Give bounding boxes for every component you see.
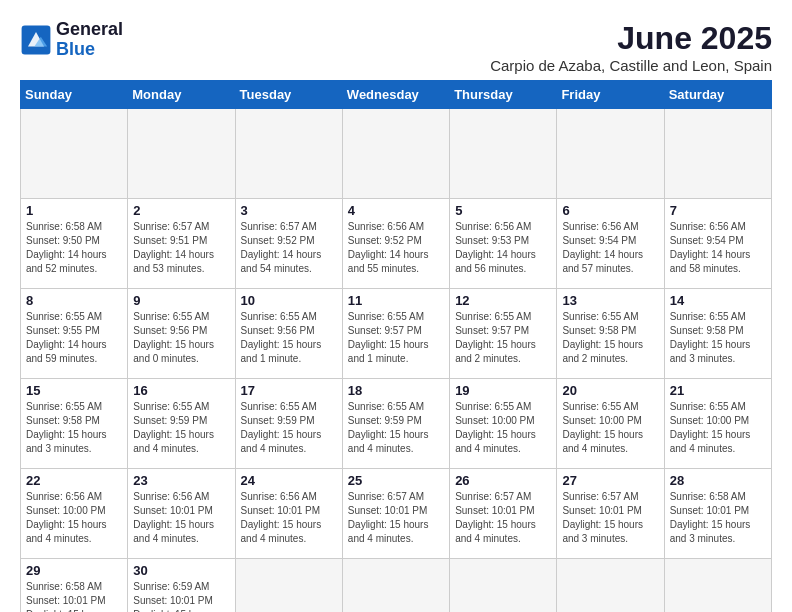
- calendar-cell: [128, 109, 235, 199]
- calendar-cell: 5 Sunrise: 6:56 AM Sunset: 9:53 PM Dayli…: [450, 199, 557, 289]
- day-number: 13: [562, 293, 658, 308]
- day-info: Sunrise: 6:56 AM Sunset: 10:00 PM Daylig…: [26, 490, 122, 546]
- day-info: Sunrise: 6:57 AM Sunset: 10:01 PM Daylig…: [348, 490, 444, 546]
- calendar-week-row: 8 Sunrise: 6:55 AM Sunset: 9:55 PM Dayli…: [21, 289, 772, 379]
- calendar-header-row: Sunday Monday Tuesday Wednesday Thursday…: [21, 81, 772, 109]
- calendar-cell: 12 Sunrise: 6:55 AM Sunset: 9:57 PM Dayl…: [450, 289, 557, 379]
- calendar-cell: 21 Sunrise: 6:55 AM Sunset: 10:00 PM Day…: [664, 379, 771, 469]
- day-number: 30: [133, 563, 229, 578]
- calendar-cell: 6 Sunrise: 6:56 AM Sunset: 9:54 PM Dayli…: [557, 199, 664, 289]
- title-area: June 2025 Carpio de Azaba, Castille and …: [490, 20, 772, 74]
- day-number: 6: [562, 203, 658, 218]
- day-info: Sunrise: 6:55 AM Sunset: 9:58 PM Dayligh…: [670, 310, 766, 366]
- day-number: 4: [348, 203, 444, 218]
- day-number: 10: [241, 293, 337, 308]
- logo: General Blue: [20, 20, 123, 60]
- day-number: 3: [241, 203, 337, 218]
- day-number: 19: [455, 383, 551, 398]
- logo-icon: [20, 24, 52, 56]
- day-info: Sunrise: 6:55 AM Sunset: 9:56 PM Dayligh…: [241, 310, 337, 366]
- calendar-cell: [450, 109, 557, 199]
- month-title: June 2025: [490, 20, 772, 57]
- day-info: Sunrise: 6:55 AM Sunset: 10:00 PM Daylig…: [670, 400, 766, 456]
- calendar-cell: 28 Sunrise: 6:58 AM Sunset: 10:01 PM Day…: [664, 469, 771, 559]
- day-number: 29: [26, 563, 122, 578]
- calendar-cell: 20 Sunrise: 6:55 AM Sunset: 10:00 PM Day…: [557, 379, 664, 469]
- page-header: General Blue June 2025 Carpio de Azaba, …: [20, 20, 772, 74]
- day-number: 1: [26, 203, 122, 218]
- day-number: 12: [455, 293, 551, 308]
- day-number: 23: [133, 473, 229, 488]
- logo-text-general: General: [56, 20, 123, 40]
- calendar-cell: 23 Sunrise: 6:56 AM Sunset: 10:01 PM Day…: [128, 469, 235, 559]
- day-number: 22: [26, 473, 122, 488]
- logo-text-blue: Blue: [56, 40, 123, 60]
- calendar-cell: 16 Sunrise: 6:55 AM Sunset: 9:59 PM Dayl…: [128, 379, 235, 469]
- day-number: 21: [670, 383, 766, 398]
- col-saturday: Saturday: [664, 81, 771, 109]
- day-info: Sunrise: 6:58 AM Sunset: 9:50 PM Dayligh…: [26, 220, 122, 276]
- calendar-cell: 18 Sunrise: 6:55 AM Sunset: 9:59 PM Dayl…: [342, 379, 449, 469]
- calendar-cell: 1 Sunrise: 6:58 AM Sunset: 9:50 PM Dayli…: [21, 199, 128, 289]
- day-info: Sunrise: 6:57 AM Sunset: 9:51 PM Dayligh…: [133, 220, 229, 276]
- day-info: Sunrise: 6:55 AM Sunset: 9:57 PM Dayligh…: [455, 310, 551, 366]
- calendar-week-row: 29 Sunrise: 6:58 AM Sunset: 10:01 PM Day…: [21, 559, 772, 613]
- calendar-cell: [450, 559, 557, 613]
- calendar-cell: 4 Sunrise: 6:56 AM Sunset: 9:52 PM Dayli…: [342, 199, 449, 289]
- day-number: 5: [455, 203, 551, 218]
- day-number: 17: [241, 383, 337, 398]
- calendar-week-row: 1 Sunrise: 6:58 AM Sunset: 9:50 PM Dayli…: [21, 199, 772, 289]
- location-subtitle: Carpio de Azaba, Castille and Leon, Spai…: [490, 57, 772, 74]
- calendar-cell: 25 Sunrise: 6:57 AM Sunset: 10:01 PM Day…: [342, 469, 449, 559]
- calendar-cell: [664, 109, 771, 199]
- day-info: Sunrise: 6:58 AM Sunset: 10:01 PM Daylig…: [26, 580, 122, 612]
- day-info: Sunrise: 6:55 AM Sunset: 9:57 PM Dayligh…: [348, 310, 444, 366]
- day-info: Sunrise: 6:57 AM Sunset: 10:01 PM Daylig…: [562, 490, 658, 546]
- calendar-cell: 14 Sunrise: 6:55 AM Sunset: 9:58 PM Dayl…: [664, 289, 771, 379]
- calendar-cell: [235, 109, 342, 199]
- calendar-cell: [235, 559, 342, 613]
- day-info: Sunrise: 6:55 AM Sunset: 9:59 PM Dayligh…: [133, 400, 229, 456]
- day-number: 14: [670, 293, 766, 308]
- day-info: Sunrise: 6:56 AM Sunset: 9:54 PM Dayligh…: [562, 220, 658, 276]
- day-number: 20: [562, 383, 658, 398]
- day-info: Sunrise: 6:56 AM Sunset: 9:54 PM Dayligh…: [670, 220, 766, 276]
- calendar-cell: [342, 559, 449, 613]
- day-info: Sunrise: 6:57 AM Sunset: 10:01 PM Daylig…: [455, 490, 551, 546]
- day-info: Sunrise: 6:55 AM Sunset: 10:00 PM Daylig…: [455, 400, 551, 456]
- day-info: Sunrise: 6:58 AM Sunset: 10:01 PM Daylig…: [670, 490, 766, 546]
- calendar-cell: 13 Sunrise: 6:55 AM Sunset: 9:58 PM Dayl…: [557, 289, 664, 379]
- calendar-cell: 2 Sunrise: 6:57 AM Sunset: 9:51 PM Dayli…: [128, 199, 235, 289]
- calendar-cell: 10 Sunrise: 6:55 AM Sunset: 9:56 PM Dayl…: [235, 289, 342, 379]
- calendar-cell: 26 Sunrise: 6:57 AM Sunset: 10:01 PM Day…: [450, 469, 557, 559]
- calendar-cell: [557, 109, 664, 199]
- day-number: 2: [133, 203, 229, 218]
- calendar-cell: [21, 109, 128, 199]
- calendar-cell: 29 Sunrise: 6:58 AM Sunset: 10:01 PM Day…: [21, 559, 128, 613]
- day-info: Sunrise: 6:55 AM Sunset: 9:59 PM Dayligh…: [348, 400, 444, 456]
- day-info: Sunrise: 6:56 AM Sunset: 10:01 PM Daylig…: [133, 490, 229, 546]
- day-info: Sunrise: 6:59 AM Sunset: 10:01 PM Daylig…: [133, 580, 229, 612]
- day-info: Sunrise: 6:55 AM Sunset: 9:56 PM Dayligh…: [133, 310, 229, 366]
- day-number: 28: [670, 473, 766, 488]
- day-info: Sunrise: 6:55 AM Sunset: 9:55 PM Dayligh…: [26, 310, 122, 366]
- day-number: 15: [26, 383, 122, 398]
- calendar-week-row: 22 Sunrise: 6:56 AM Sunset: 10:00 PM Day…: [21, 469, 772, 559]
- day-number: 16: [133, 383, 229, 398]
- calendar-cell: 15 Sunrise: 6:55 AM Sunset: 9:58 PM Dayl…: [21, 379, 128, 469]
- day-number: 25: [348, 473, 444, 488]
- calendar-cell: 30 Sunrise: 6:59 AM Sunset: 10:01 PM Day…: [128, 559, 235, 613]
- calendar-table: Sunday Monday Tuesday Wednesday Thursday…: [20, 80, 772, 612]
- calendar-week-row: [21, 109, 772, 199]
- day-info: Sunrise: 6:55 AM Sunset: 10:00 PM Daylig…: [562, 400, 658, 456]
- day-info: Sunrise: 6:55 AM Sunset: 9:58 PM Dayligh…: [562, 310, 658, 366]
- day-number: 11: [348, 293, 444, 308]
- day-number: 26: [455, 473, 551, 488]
- day-number: 7: [670, 203, 766, 218]
- calendar-cell: 11 Sunrise: 6:55 AM Sunset: 9:57 PM Dayl…: [342, 289, 449, 379]
- calendar-week-row: 15 Sunrise: 6:55 AM Sunset: 9:58 PM Dayl…: [21, 379, 772, 469]
- calendar-cell: 8 Sunrise: 6:55 AM Sunset: 9:55 PM Dayli…: [21, 289, 128, 379]
- day-number: 8: [26, 293, 122, 308]
- calendar-cell: 27 Sunrise: 6:57 AM Sunset: 10:01 PM Day…: [557, 469, 664, 559]
- col-thursday: Thursday: [450, 81, 557, 109]
